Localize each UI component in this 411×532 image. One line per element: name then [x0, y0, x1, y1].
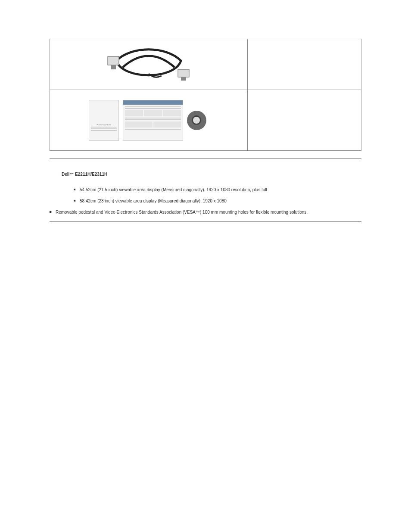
- feature-text: 58.42cm (23 inch) viewable area display …: [80, 199, 227, 203]
- media-desc-cell: [247, 90, 361, 151]
- section-divider: [50, 221, 361, 222]
- list-item: 54.52cm (21.5 inch) viewable area displa…: [74, 187, 361, 193]
- feature-text: Removable pedestal and Video Electronics…: [56, 210, 308, 215]
- quick-setup-guide-image: [123, 100, 183, 141]
- svg-rect-2: [178, 69, 189, 77]
- table-row: [50, 39, 361, 90]
- table-row: Product Info Guide: [50, 90, 361, 151]
- safety-guide-image: Product Info Guide: [89, 100, 119, 141]
- cable-desc-cell: [247, 39, 361, 90]
- section-divider: [50, 159, 361, 159]
- package-contents-table: Product Info Guide: [50, 39, 361, 151]
- drivers-disc-image: [187, 100, 209, 141]
- feature-list: 54.52cm (21.5 inch) viewable area displa…: [50, 187, 361, 215]
- feature-text: 54.52cm (21.5 inch) viewable area displa…: [80, 187, 267, 192]
- media-image-cell: Product Info Guide: [50, 90, 248, 151]
- svg-rect-0: [108, 56, 119, 65]
- cable-image-cell: [50, 39, 248, 90]
- svg-rect-1: [111, 65, 116, 69]
- list-item: Removable pedestal and Video Electronics…: [50, 209, 361, 215]
- product-model-heading: Dell™ E2211H/E2311H: [62, 172, 361, 177]
- svg-rect-3: [181, 77, 186, 81]
- list-item: 58.42cm (23 inch) viewable area display …: [74, 198, 361, 204]
- dvi-cable-image: [106, 44, 192, 85]
